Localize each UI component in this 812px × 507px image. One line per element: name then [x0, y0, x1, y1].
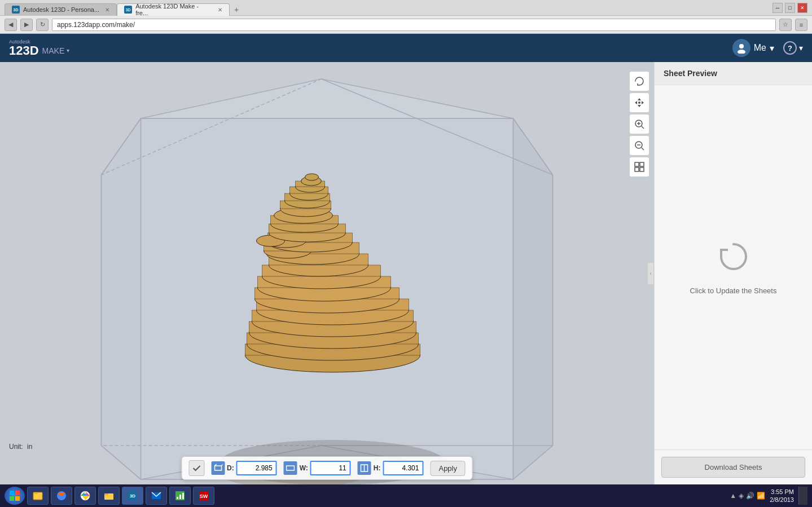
depth-label: D:: [227, 464, 234, 472]
tray-icon-2[interactable]: ◈: [739, 492, 744, 500]
cube-wireframe: [0, 62, 654, 484]
panel-content: Click to Update the Sheets: [655, 85, 812, 449]
tab-1-close[interactable]: ✕: [105, 7, 109, 13]
taskbar-item-explorer[interactable]: [27, 487, 49, 505]
window-controls: ─ □ ✕: [773, 3, 807, 13]
svg-rect-91: [104, 493, 108, 495]
refresh-button[interactable]: ↻: [36, 19, 49, 31]
tab-2-label: Autodesk 123D Make - fre...: [135, 3, 212, 16]
help-dropdown-icon: ▾: [799, 43, 803, 52]
forward-button[interactable]: ▶: [20, 19, 33, 31]
clock-time: 3:55 PM: [770, 488, 794, 496]
zoom-out-button[interactable]: [629, 135, 649, 156]
viewport[interactable]: Unit: in D:: [0, 62, 654, 484]
tray-icon-1[interactable]: ▲: [730, 492, 736, 500]
outlook-icon: [151, 490, 162, 501]
browser-controls: ◀ ▶ ↻ apps.123dapp.com/make/ ☆ ≡: [0, 16, 812, 34]
taskbar-item-autodesk[interactable]: 3D: [122, 487, 143, 505]
taskbar-item-solidworks[interactable]: SW: [193, 487, 214, 505]
svg-rect-86: [33, 492, 38, 494]
svg-rect-95: [179, 495, 181, 499]
download-sheets-button[interactable]: Download Sheets: [661, 457, 805, 478]
svg-marker-62: [642, 101, 644, 104]
height-input[interactable]: [383, 461, 423, 475]
taskbar-item-outlook[interactable]: [146, 487, 167, 505]
folder-icon: [103, 490, 115, 501]
depth-input[interactable]: [236, 461, 277, 475]
clock: 3:55 PM 2/8/2013: [770, 488, 794, 504]
tray-icon-4[interactable]: 📶: [757, 492, 765, 500]
tab-1[interactable]: 3D Autodesk 123D - Persona... ✕: [5, 3, 117, 16]
height-icon: [358, 461, 371, 475]
checkmark-button[interactable]: [188, 460, 204, 476]
svg-line-67: [642, 126, 644, 129]
svg-rect-84: [15, 496, 20, 501]
svg-point-1: [738, 50, 745, 54]
clock-date: 2/8/2013: [770, 496, 794, 504]
logo-dropdown-icon[interactable]: ▾: [67, 47, 69, 54]
tab-1-icon: 3D: [12, 6, 20, 14]
width-label: W:: [300, 464, 308, 472]
help-button[interactable]: ? ▾: [783, 41, 803, 55]
update-sheets-button[interactable]: [717, 240, 750, 280]
svg-marker-59: [638, 98, 641, 100]
taskbar-item-folder[interactable]: [98, 487, 120, 505]
header-right: Me ▾ ? ▾: [732, 39, 803, 57]
tab-2-close[interactable]: ✕: [218, 7, 222, 13]
browser-titlebar: 3D Autodesk 123D - Persona... ✕ 3D Autod…: [0, 0, 812, 16]
svg-rect-72: [640, 162, 644, 166]
firefox-icon: [56, 490, 67, 501]
rotate-button[interactable]: [629, 71, 649, 91]
svg-point-63: [638, 102, 640, 104]
svg-line-70: [642, 148, 644, 150]
svg-rect-71: [635, 162, 639, 166]
bookmark-button[interactable]: ☆: [779, 19, 792, 31]
start-button[interactable]: [5, 487, 25, 505]
depth-group: D:: [211, 461, 277, 475]
taskbar-item-firefox[interactable]: [51, 487, 72, 505]
new-tab-button[interactable]: +: [230, 3, 243, 16]
minimize-button[interactable]: ─: [773, 3, 783, 13]
maximize-button[interactable]: □: [785, 3, 795, 13]
tab-1-label: Autodesk 123D - Persona...: [23, 6, 99, 13]
pan-button[interactable]: [629, 92, 649, 113]
svg-rect-83: [10, 496, 14, 501]
fit-button[interactable]: [629, 157, 649, 177]
svg-rect-75: [214, 466, 221, 470]
svg-rect-96: [182, 493, 184, 499]
taskbar-item-chrome[interactable]: [74, 487, 96, 505]
svg-rect-81: [10, 491, 14, 495]
panel-collapse-handle[interactable]: ‹: [647, 262, 654, 285]
svg-point-0: [739, 44, 744, 49]
close-button[interactable]: ✕: [797, 3, 807, 13]
logo-123d: 123D: [9, 45, 39, 57]
user-menu[interactable]: Me ▾: [732, 39, 774, 57]
depth-icon: [211, 461, 225, 475]
logo-block: Autodesk 123D MAKE ▾: [9, 39, 69, 57]
logo-row: 123D MAKE ▾: [9, 45, 69, 57]
panel-footer: Download Sheets: [655, 449, 812, 484]
autodesk-icon: 3D: [127, 490, 138, 501]
back-button[interactable]: ◀: [5, 19, 17, 31]
tray-icon-3[interactable]: 🔊: [746, 492, 754, 500]
menu-button[interactable]: ≡: [795, 19, 807, 31]
tab-2[interactable]: 3D Autodesk 123D Make - fre... ✕: [117, 3, 230, 16]
browser-tabs: 3D Autodesk 123D - Persona... ✕ 3D Autod…: [5, 0, 243, 16]
viewport-controls: [629, 71, 649, 177]
address-bar[interactable]: apps.123dapp.com/make/: [52, 19, 776, 31]
show-desktop-button[interactable]: [798, 487, 807, 505]
right-panel: Sheet Preview Click to Update the Sheets…: [654, 62, 812, 484]
taskbar-right: ▲ ◈ 🔊 📶 3:55 PM 2/8/2013: [730, 487, 807, 505]
zoom-in-button[interactable]: [629, 114, 649, 134]
system-tray: ▲ ◈ 🔊 📶: [730, 492, 765, 500]
logo-make: MAKE: [42, 46, 65, 55]
apply-button[interactable]: Apply: [430, 461, 466, 476]
user-dropdown-icon: ▾: [770, 43, 774, 54]
app-logo: Autodesk 123D MAKE ▾: [9, 39, 69, 57]
taskbar-item-chart[interactable]: [169, 487, 191, 505]
tab-2-icon: 3D: [124, 6, 132, 14]
svg-marker-3: [141, 79, 513, 118]
svg-marker-61: [635, 101, 637, 104]
main-content: Unit: in D:: [0, 62, 812, 484]
width-input[interactable]: [310, 461, 351, 475]
